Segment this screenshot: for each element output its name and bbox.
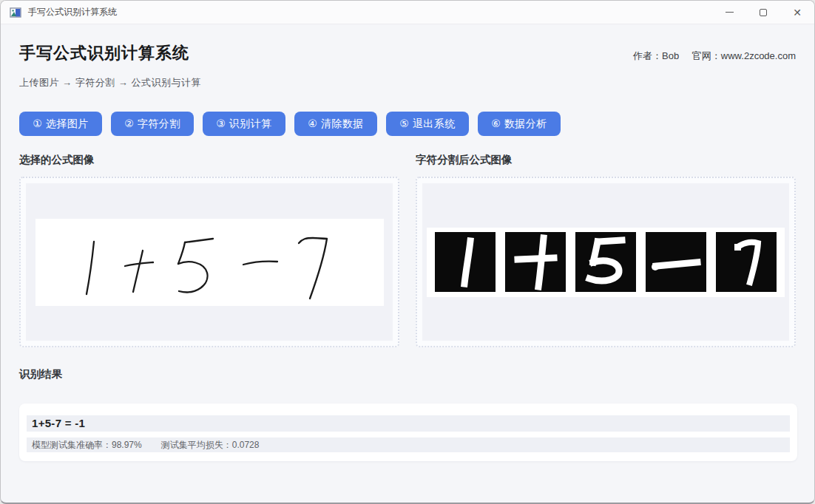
maximize-icon — [760, 9, 767, 16]
app-icon — [10, 7, 21, 18]
original-image-area — [26, 183, 393, 341]
result-stats: 模型测试集准确率：98.97%测试集平均损失：0.0728 — [27, 437, 790, 452]
clear-data-button[interactable]: ④ 清除数据 — [294, 112, 377, 136]
main-content: 手写公式识别计算系统 作者：Bob 官网：www.2zcode.com 上传图片… — [1, 24, 814, 503]
minimize-button[interactable] — [712, 1, 746, 24]
result-card: 1+5-7 = -1 模型测试集准确率：98.97%测试集平均损失：0.0728 — [19, 403, 797, 461]
recognize-calc-button[interactable]: ③ 识别计算 — [203, 112, 285, 136]
accuracy-label: 模型测试集准确率： — [32, 440, 112, 450]
loss-value: 0.0728 — [232, 440, 260, 450]
minimize-icon — [726, 12, 734, 13]
segmented-char-minus — [646, 232, 706, 292]
segmented-image-area — [422, 183, 789, 341]
page-title: 手写公式识别计算系统 — [19, 42, 189, 64]
titlebar: 手写公式识别计算系统 ✕ — [1, 1, 814, 24]
author-text: 作者：Bob — [633, 50, 679, 61]
segmented-char-5 — [575, 232, 636, 292]
segment-chars-button[interactable]: ② 字符分割 — [111, 112, 194, 136]
segmented-characters-strip — [427, 228, 785, 297]
maximize-button[interactable] — [746, 1, 780, 24]
original-image-panel — [19, 177, 399, 347]
close-button[interactable]: ✕ — [780, 1, 814, 24]
workflow-steps: 上传图片 → 字符分割 → 公式识别与计算 — [19, 76, 796, 89]
handwritten-formula-image — [35, 219, 384, 306]
header: 手写公式识别计算系统 作者：Bob 官网：www.2zcode.com — [19, 42, 796, 64]
author-info: 作者：Bob 官网：www.2zcode.com — [633, 50, 796, 64]
original-image-label: 选择的公式图像 — [19, 153, 399, 167]
result-section-label: 识别结果 — [19, 367, 796, 381]
toolbar: ① 选择图片 ② 字符分割 ③ 识别计算 ④ 清除数据 ⑤ 退出系统 ⑥ 数据分… — [19, 112, 796, 136]
accuracy-value: 98.97% — [112, 440, 142, 450]
segmented-char-7 — [716, 232, 777, 292]
data-analysis-button[interactable]: ⑥ 数据分析 — [478, 112, 561, 136]
window-controls: ✕ — [712, 1, 814, 24]
segmented-image-label: 字符分割后公式图像 — [416, 153, 796, 167]
website-text: 官网：www.2zcode.com — [692, 50, 796, 61]
exit-system-button[interactable]: ⑤ 退出系统 — [386, 112, 469, 136]
result-expression: 1+5-7 = -1 — [27, 415, 790, 432]
window-title: 手写公式识别计算系统 — [28, 6, 712, 18]
panel-labels: 选择的公式图像 字符分割后公式图像 — [19, 153, 796, 167]
loss-label: 测试集平均损失： — [161, 440, 232, 450]
segmented-char-plus — [505, 232, 566, 292]
app-window: 手写公式识别计算系统 ✕ 手写公式识别计算系统 作者：Bob 官网：www.2z… — [0, 0, 815, 504]
image-panels — [19, 177, 796, 347]
select-image-button[interactable]: ① 选择图片 — [19, 112, 102, 136]
handwriting-svg — [35, 219, 376, 304]
close-icon: ✕ — [793, 7, 802, 18]
segmented-char-1 — [435, 232, 496, 292]
segmented-image-panel — [416, 177, 796, 347]
